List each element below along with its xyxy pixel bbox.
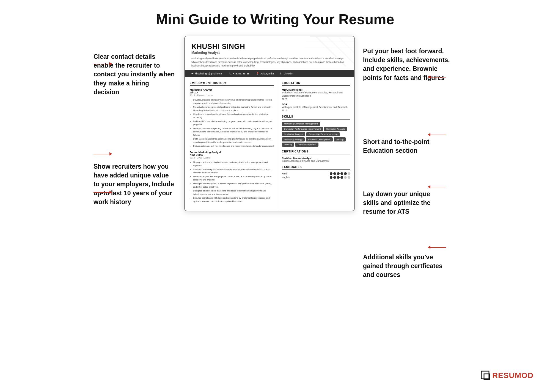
edu-1: MBA (Marketing) Sydenham Institute of Ma… <box>282 88 350 101</box>
bullet: Identified, explained, and projected sal… <box>193 175 274 182</box>
resume-header: KHUSHI SINGH Marketing Analyst Marketing… <box>185 36 354 67</box>
contact-bar: ✉ khushisingh@gmail.com 📞 +78796786788 📍… <box>185 70 354 77</box>
cert-1-name: Certified Market Analyst <box>282 157 350 160</box>
job-2-title: Junior Marketing Analyst <box>190 151 274 154</box>
skill-tag: Key Metric Analysis <box>282 132 305 136</box>
certifications-title: CERTIFICATIONS <box>282 150 350 154</box>
employers-arrow-2 <box>94 192 110 193</box>
contact-arrow-line <box>94 64 110 64</box>
phone-contact: 📞 +78796786788 <box>229 72 249 75</box>
job-2-bullets: Managed sales and distribution data and … <box>190 161 274 203</box>
bullet: Help lead a cross- functional team focus… <box>193 113 274 119</box>
certifications-section: CERTIFICATIONS Certified Market Analyst … <box>282 150 350 162</box>
edu-2-year: 2014 <box>282 109 350 112</box>
bullet: Managed sales and distribution data and … <box>193 161 274 167</box>
skill-tag: Campaign Performance Improvement <box>282 127 323 131</box>
language-dot <box>330 172 332 175</box>
language-row: English <box>282 176 350 179</box>
job-1-period: 2019 - Present | Jaipur <box>190 94 274 97</box>
bullet: Deliver actionable ad- hoc intelligence … <box>193 144 274 148</box>
skills-title: SKILLS <box>282 115 350 119</box>
skills-arrow <box>430 77 446 77</box>
bullet: Develop, manage and analyze key revenue … <box>193 98 274 105</box>
edu-1-degree: MBA (Marketing) <box>282 88 350 91</box>
skill-tag: Competitive Bench-marketing <box>306 132 340 136</box>
resumod-logo: RESUMOD <box>480 370 534 381</box>
language-dot <box>333 176 336 179</box>
header-pattern <box>305 36 354 66</box>
skill-tag: Campaign Analysis <box>324 127 347 131</box>
language-name: English <box>282 176 290 179</box>
language-dot <box>348 172 350 175</box>
bullet: Distill large datasets into actionable i… <box>193 137 274 144</box>
contact-tip-text: Clear contact details enable the recruit… <box>94 52 176 96</box>
resumod-text: RESUMOD <box>492 371 534 380</box>
education-arrow <box>430 135 446 135</box>
language-dots <box>330 172 350 175</box>
education-title: EDUCATION <box>282 82 350 86</box>
resume-right-col: EDUCATION MBA (Marketing) Sydenham Insti… <box>278 77 354 211</box>
bullet: Maintain consistent reporting cadences a… <box>193 127 274 137</box>
svg-line-1 <box>316 36 354 66</box>
language-dot <box>340 172 343 175</box>
skill-tag: Marketing Campaign Management <box>282 122 320 126</box>
language-dot <box>337 176 340 179</box>
svg-rect-8 <box>481 371 489 379</box>
language-row: Hindi <box>282 172 350 175</box>
bullet: Ensured compliance with laws and regulat… <box>193 196 274 203</box>
contact-arrowhead <box>109 62 112 65</box>
email-contact: ✉ khushisingh@gmail.com <box>191 72 222 75</box>
employment-section: EMPLOYMENT HISTORY Marketing Analyst Win… <box>190 82 274 203</box>
education-tip-text: Short and to-the-point Education section <box>363 137 446 155</box>
skill-tag: Liaising <box>334 137 346 141</box>
resume-body: EMPLOYMENT HISTORY Marketing Analyst Win… <box>185 77 354 211</box>
languages-container: HindiEnglish <box>282 172 350 179</box>
certs-tip-text: Additional skills you've gained through … <box>363 253 446 279</box>
job-1: Marketing Analyst WinZO 2019 - Present |… <box>190 88 274 148</box>
job-1-title: Marketing Analyst <box>190 88 274 91</box>
edu-1-school: Sydenham Institute of Management Studies… <box>282 91 350 98</box>
job-2-company: Nine Digital <box>190 154 274 156</box>
skills-arrowhead <box>428 75 430 79</box>
job-1-company: WinZO <box>190 91 274 94</box>
job-1-bullets: Develop, manage and analyze key revenue … <box>190 98 274 148</box>
languages-section: LANGUAGES HindiEnglish <box>282 166 350 179</box>
language-dot <box>330 176 332 179</box>
skill-tag: Team Management <box>295 143 318 147</box>
linkedin-contact: in LinkedIn <box>280 72 293 75</box>
language-dot <box>344 172 347 175</box>
phone-icon: 📞 <box>229 72 232 75</box>
language-name: Hindi <box>282 172 288 175</box>
cert-1-org: Global Academy of Finance and Management <box>282 160 350 162</box>
certs-arrow <box>430 247 446 248</box>
languages-title: LANGUAGES <box>282 166 350 170</box>
resume-left-col: EMPLOYMENT HISTORY Marketing Analyst Win… <box>185 77 278 211</box>
ats-arrowhead <box>428 185 430 188</box>
skills-section: SKILLS Marketing Campaign ManagementCamp… <box>282 115 350 147</box>
job-2: Junior Marketing Analyst Nine Digital 20… <box>190 151 274 203</box>
skill-tag: Marketing Strategy <box>282 137 305 141</box>
resumod-icon <box>480 370 491 381</box>
employers-arrow-1 <box>94 154 110 154</box>
location-contact: 📍 Jaipur, India <box>256 72 274 75</box>
employers-arrowhead-2 <box>109 191 112 194</box>
bullet: Build out ROI models for marketing progr… <box>193 120 274 126</box>
job-2-period: 2016 - 2019 | Jaipur <box>190 156 274 159</box>
email-icon: ✉ <box>191 72 194 75</box>
language-dot <box>333 172 336 175</box>
language-dot <box>348 176 350 179</box>
right-annotations: Put your best foot forward. Include skil… <box>355 36 459 283</box>
skill-tag: Business Development <box>306 137 333 141</box>
edu-1-year: 2022 <box>282 98 350 101</box>
employers-tip-text: Show recruiters how you have added uniqu… <box>94 162 176 206</box>
language-dot <box>337 172 340 175</box>
bullet: Designed and collected marketing and sal… <box>193 189 274 196</box>
left-annotations: Clear contact details enable the recruit… <box>91 36 184 283</box>
ats-tip-text: Lay down your unique skills and optimize… <box>363 190 446 216</box>
linkedin-icon: in <box>280 72 282 75</box>
resume-card: KHUSHI SINGH Marketing Analyst Marketing… <box>184 36 355 211</box>
edu-2: BBA Welingkar Institute of Management De… <box>282 103 350 112</box>
education-arrowhead <box>428 133 430 136</box>
education-section: EDUCATION MBA (Marketing) Sydenham Insti… <box>282 82 350 112</box>
location-icon: 📍 <box>256 72 259 75</box>
